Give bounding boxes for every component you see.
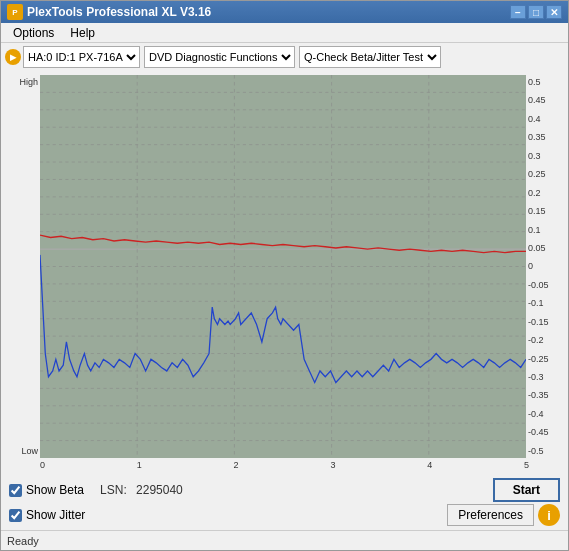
show-jitter-checkbox-label[interactable]: Show Jitter (9, 508, 85, 522)
drive-select[interactable]: HA:0 ID:1 PX-716A (23, 46, 140, 68)
bottom-controls: Show Beta LSN: 2295040 Start Show Jitter… (1, 474, 568, 530)
title-bar: P PlexTools Professional XL V3.16 − □ ✕ (1, 1, 568, 23)
show-beta-checkbox[interactable] (9, 484, 22, 497)
info-button[interactable]: i (538, 504, 560, 526)
chart-container: High Low (5, 75, 564, 458)
show-beta-checkbox-label[interactable]: Show Beta (9, 483, 84, 497)
controls-row-2: Show Jitter Preferences i (9, 504, 560, 526)
app-icon: P (7, 4, 23, 20)
prefs-info-group: Preferences i (447, 504, 560, 526)
show-beta-label: Show Beta (26, 483, 84, 497)
show-jitter-label: Show Jitter (26, 508, 85, 522)
buttons-right: Start (493, 478, 560, 502)
y-left-low: Low (21, 446, 38, 456)
status-bar: Ready (1, 530, 568, 550)
minimize-button[interactable]: − (510, 5, 526, 19)
function-select[interactable]: DVD Diagnostic Functions (144, 46, 295, 68)
window-title: PlexTools Professional XL V3.16 (27, 5, 510, 19)
menu-options[interactable]: Options (5, 24, 62, 42)
lsn-value: 2295040 (136, 483, 183, 497)
chart-area: High Low (1, 71, 568, 474)
drive-select-group: ▶ HA:0 ID:1 PX-716A (5, 46, 140, 68)
toolbar: ▶ HA:0 ID:1 PX-716A DVD Diagnostic Funct… (1, 43, 568, 71)
drive-icon: ▶ (5, 49, 21, 65)
status-text: Ready (7, 535, 39, 547)
title-bar-buttons: − □ ✕ (510, 5, 562, 19)
prefs-and-info: Preferences i (447, 504, 560, 526)
start-button[interactable]: Start (493, 478, 560, 502)
main-window: P PlexTools Professional XL V3.16 − □ ✕ … (0, 0, 569, 551)
y-axis-right: 0.5 0.45 0.4 0.35 0.3 0.25 0.2 0.15 0.1 … (526, 75, 564, 458)
close-button[interactable]: ✕ (546, 5, 562, 19)
y-axis-left: High Low (5, 75, 40, 458)
x-axis: 0 1 2 3 4 5 (5, 458, 564, 470)
preferences-button[interactable]: Preferences (447, 504, 534, 526)
chart-plot (40, 75, 526, 458)
lsn-section: LSN: 2295040 (100, 483, 183, 497)
menu-help[interactable]: Help (62, 24, 103, 42)
controls-row-1: Show Beta LSN: 2295040 Start (9, 478, 560, 502)
show-jitter-checkbox[interactable] (9, 509, 22, 522)
test-select[interactable]: Q-Check Beta/Jitter Test (299, 46, 441, 68)
maximize-button[interactable]: □ (528, 5, 544, 19)
menu-bar: Options Help (1, 23, 568, 43)
y-left-high: High (19, 77, 38, 87)
lsn-label: LSN: (100, 483, 127, 497)
